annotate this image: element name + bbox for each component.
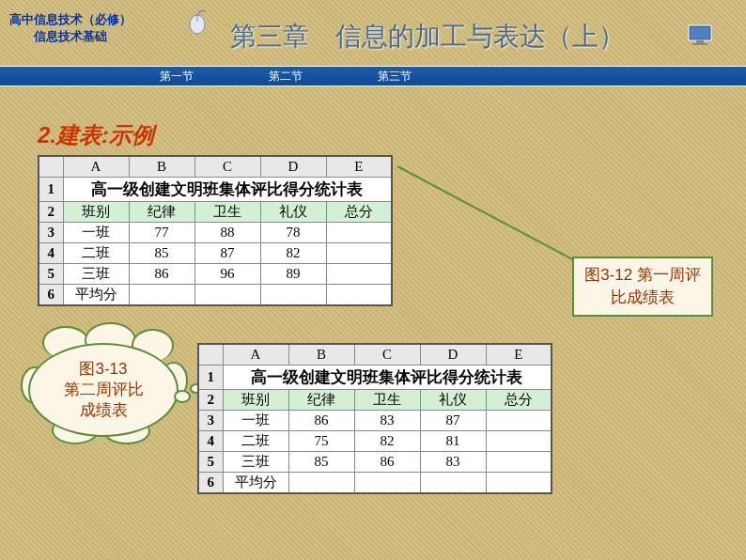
row-header: 1 [198, 365, 223, 389]
data-cell: 平均分 [223, 472, 288, 493]
row-header: 2 [39, 201, 63, 222]
data-cell: 82 [354, 430, 420, 451]
data-cell: 89 [260, 263, 326, 284]
corner-cell [39, 156, 63, 177]
data-cell [194, 284, 260, 305]
data-cell: 一班 [223, 410, 288, 430]
nav-item-3[interactable]: 第三节 [378, 69, 412, 85]
cloud-dot-icon [174, 390, 191, 403]
data-cell: 87 [194, 242, 260, 263]
corner-cell [198, 344, 223, 365]
col-header: D [260, 156, 326, 177]
col-header: C [354, 344, 420, 365]
slide-header: 高中信息技术（必修） 信息技术基础 第三章 信息的加工与表达（上） [0, 0, 746, 66]
data-cell: 87 [420, 410, 486, 430]
data-cell [486, 472, 552, 493]
header-cell: 纪律 [288, 389, 354, 410]
data-cell [486, 451, 552, 472]
data-cell [354, 472, 420, 493]
data-cell [486, 430, 552, 451]
row-header: 4 [39, 242, 63, 263]
header-cell: 班别 [223, 389, 288, 410]
col-header: D [420, 344, 486, 365]
data-cell [486, 410, 552, 430]
row-header: 6 [198, 472, 223, 493]
svg-rect-4 [696, 40, 704, 43]
cloud-text: 图3-13 第二周评比 成绩表 [64, 359, 144, 421]
header-cell: 班别 [63, 201, 129, 222]
cloud-line2: 第二周评比 [64, 380, 144, 400]
data-cell [326, 263, 392, 284]
data-cell [129, 284, 194, 305]
col-header: E [326, 156, 392, 177]
data-cell: 83 [354, 410, 420, 430]
row-header: 5 [39, 263, 63, 284]
table-title: 高一级创建文明班集体评比得分统计表 [63, 177, 392, 201]
data-cell [326, 222, 392, 242]
col-header: A [63, 156, 129, 177]
data-cell: 96 [194, 263, 260, 284]
row-header: 1 [39, 177, 63, 201]
row-header: 2 [198, 389, 223, 410]
header-cell: 总分 [326, 201, 392, 222]
section-title: 2.建表:示例 [38, 120, 154, 150]
data-cell: 82 [260, 242, 326, 263]
course-line1: 高中信息技术（必修） [9, 11, 132, 28]
data-cell [326, 242, 392, 263]
data-cell [260, 284, 326, 305]
data-cell: 78 [260, 222, 326, 242]
row-header: 3 [39, 222, 63, 242]
header-cell: 礼仪 [260, 201, 326, 222]
col-header: B [288, 344, 354, 365]
header-cell: 纪律 [129, 201, 194, 222]
section-label: 建表: [56, 122, 109, 148]
data-cell: 86 [354, 451, 420, 472]
header-cell: 卫生 [354, 389, 420, 410]
row-header: 6 [39, 284, 63, 305]
data-cell: 二班 [63, 242, 129, 263]
svg-rect-3 [691, 27, 709, 39]
cloud-line3: 成绩表 [64, 400, 144, 421]
monitor-icon [687, 23, 713, 52]
course-label: 高中信息技术（必修） 信息技术基础 [9, 11, 132, 45]
section-example: 示例 [109, 122, 154, 148]
nav-item-1[interactable]: 第一节 [160, 69, 194, 85]
data-cell [288, 472, 354, 493]
course-line2: 信息技术基础 [9, 28, 132, 45]
callout-text: 图3-12 第一周评比成绩表 [584, 266, 701, 306]
header-cell: 卫生 [194, 201, 260, 222]
callout-connector [397, 165, 577, 262]
mouse-icon [183, 8, 211, 39]
col-header: A [223, 344, 288, 365]
section-number: 2. [38, 122, 56, 148]
data-cell: 86 [129, 263, 194, 284]
data-cell: 二班 [223, 430, 288, 451]
header-cell: 礼仪 [420, 389, 486, 410]
data-cell [326, 284, 392, 305]
nav-item-2[interactable]: 第二节 [269, 69, 303, 85]
header-cell: 总分 [486, 389, 552, 410]
data-cell: 三班 [63, 263, 129, 284]
col-header: C [194, 156, 260, 177]
data-cell: 86 [288, 410, 354, 430]
row-header: 3 [198, 410, 223, 430]
cloud-line1: 图3-13 [64, 359, 144, 380]
spreadsheet-week1: A B C D E 1 高一级创建文明班集体评比得分统计表 2 班别 纪律 卫生… [38, 155, 393, 306]
data-cell: 平均分 [63, 284, 129, 305]
col-header: B [129, 156, 194, 177]
data-cell: 83 [420, 451, 486, 472]
cloud-callout: 图3-13 第二周评比 成绩表 [28, 334, 188, 446]
spreadsheet-week2: A B C D E 1 高一级创建文明班集体评比得分统计表 2 班别 纪律 卫生… [197, 343, 552, 494]
data-cell: 81 [420, 430, 486, 451]
data-cell: 75 [288, 430, 354, 451]
callout-week1: 图3-12 第一周评比成绩表 [572, 257, 713, 317]
data-cell [420, 472, 486, 493]
table-title: 高一级创建文明班集体评比得分统计表 [223, 365, 552, 389]
chapter-title: 第三章 信息的加工与表达（上） [230, 19, 625, 54]
data-cell: 88 [194, 222, 260, 242]
data-cell: 三班 [223, 451, 288, 472]
nav-bar: 第一节 第二节 第三节 [0, 66, 746, 86]
data-cell: 一班 [63, 222, 129, 242]
data-cell: 85 [288, 451, 354, 472]
row-header: 4 [198, 430, 223, 451]
